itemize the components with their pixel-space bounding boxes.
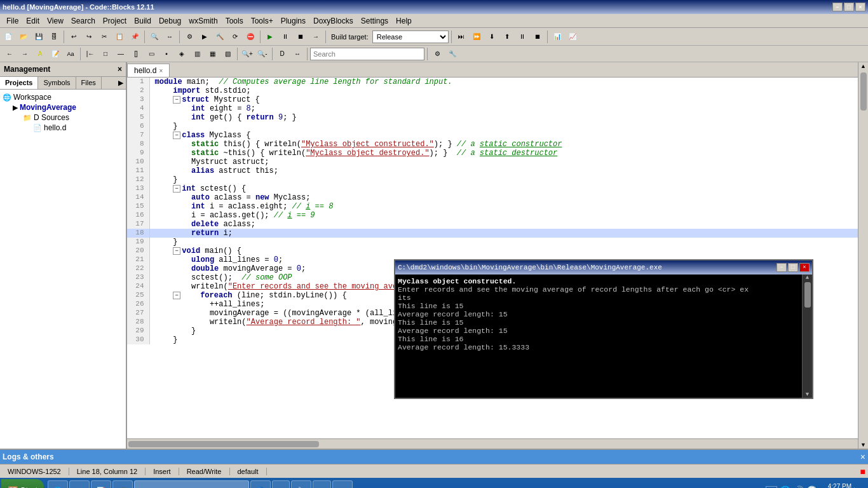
taskbar-item-mediaplayer[interactable]: 🎵	[112, 480, 133, 488]
menu-help[interactable]: Help	[392, 15, 416, 27]
compile-button[interactable]: ⚙	[182, 30, 196, 44]
search-input[interactable]	[310, 48, 424, 60]
network-icon[interactable]: 🌐	[780, 485, 790, 488]
nav-back-button[interactable]: ←	[3, 47, 17, 61]
start-button[interactable]: 🪟 Start	[1, 479, 44, 488]
cut-button[interactable]: ✂	[97, 30, 111, 44]
fold-icon[interactable]: −	[173, 185, 180, 193]
debug-pause[interactable]: ⏸	[515, 30, 529, 44]
taskbar-item-cb-active[interactable]: ⚙ hello.d [MovingAverage] - Code...	[134, 480, 248, 488]
match-button[interactable]: Aa	[64, 47, 78, 61]
clock[interactable]: 4:27 PM 10/10/2013	[820, 482, 851, 488]
toolbar2-btn8[interactable]: ▥	[190, 47, 204, 61]
close-button[interactable]: ×	[855, 3, 865, 11]
zoom-in-button[interactable]: 🔍+	[240, 47, 254, 61]
fold-icon[interactable]: −	[173, 96, 180, 104]
find-button[interactable]: 🔍	[147, 30, 161, 44]
tree-file[interactable]: 📄 hello.d	[3, 123, 123, 133]
toolbar2-btn9[interactable]: ▦	[205, 47, 219, 61]
open-button[interactable]: 📂	[17, 30, 31, 44]
terminal-close-button[interactable]: ×	[799, 263, 810, 272]
toolbar2-dbtn1[interactable]: D	[275, 47, 289, 61]
toolbar2-btn3[interactable]: —	[114, 47, 128, 61]
taskbar-item-recycle[interactable]: ♻	[272, 480, 290, 488]
debug-more4[interactable]: ⬆	[500, 30, 514, 44]
maximize-button[interactable]: □	[844, 3, 854, 11]
tree-workspace[interactable]: 🌐 Workspace	[3, 92, 123, 102]
terminal-scrollbar[interactable]: ▲ ▼	[802, 274, 812, 398]
toolbar2-btn6[interactable]: ▪	[159, 47, 173, 61]
toolbar2-btn2[interactable]: □	[98, 47, 112, 61]
copy-button[interactable]: 📋	[112, 30, 126, 44]
undo-button[interactable]: ↩	[67, 30, 81, 44]
terminal-titlebar-buttons[interactable]: − □ ×	[776, 263, 810, 272]
menu-build[interactable]: Build	[130, 15, 155, 27]
editor-tab-hello[interactable]: hello.d ×	[127, 64, 170, 77]
toolbar2-btn10[interactable]: ▧	[220, 47, 234, 61]
menu-wxsmith[interactable]: wxSmith	[185, 15, 221, 27]
menu-debug[interactable]: Debug	[155, 15, 185, 27]
rebuild-button[interactable]: ⟳	[228, 30, 242, 44]
vertical-scrollbar[interactable]: ▲ ▼	[858, 62, 868, 449]
menu-view[interactable]: View	[43, 15, 67, 27]
fold-icon[interactable]: −	[173, 132, 180, 139]
tree-project[interactable]: ▶ MovingAverage	[3, 102, 123, 112]
debug-more2[interactable]: ⏩	[470, 30, 484, 44]
tab-symbols[interactable]: Symbols	[38, 77, 76, 89]
toolbar2-dbtn2[interactable]: ↔	[290, 47, 304, 61]
toolbar2-btn7[interactable]: ◈	[175, 47, 189, 61]
menu-settings[interactable]: Settings	[357, 15, 392, 27]
hw-btn2[interactable]: 📈	[566, 30, 580, 44]
toolbar2-btn4[interactable]: []	[129, 47, 143, 61]
format-button[interactable]: 📝	[48, 47, 62, 61]
volume-icon[interactable]: 🔊	[793, 485, 804, 488]
tab-close-icon[interactable]: ×	[159, 67, 163, 74]
tab-more[interactable]: ▶	[116, 77, 126, 89]
taskbar-item-ie[interactable]: 🌐	[48, 480, 68, 488]
menu-search[interactable]: Search	[67, 15, 99, 27]
save-button[interactable]: 💾	[32, 30, 46, 44]
toolbar2-ebtn2[interactable]: 🔧	[445, 47, 459, 61]
build-button[interactable]: 🔨	[213, 30, 227, 44]
show-hidden-tray[interactable]: ▲	[766, 486, 777, 489]
new-button[interactable]: 📄	[1, 30, 15, 44]
zoom-out-button[interactable]: 🔍-	[255, 47, 269, 61]
menu-doxyblocks[interactable]: DoxyBlocks	[309, 15, 357, 27]
minimize-button[interactable]: −	[832, 3, 843, 11]
tab-files[interactable]: Files	[76, 77, 102, 89]
debug-btn3[interactable]: ⏹	[294, 30, 308, 44]
management-close[interactable]: ×	[118, 65, 122, 74]
nav-forward-button[interactable]: →	[18, 47, 32, 61]
taskbar-item-explorer[interactable]: 📁	[69, 480, 90, 488]
taskbar-item-chrome[interactable]: 🔵	[250, 480, 271, 488]
menu-tools[interactable]: Tools	[222, 15, 247, 27]
title-bar-buttons[interactable]: − □ ×	[832, 3, 865, 11]
save-all-button[interactable]: 🗄	[47, 30, 61, 44]
terminal-maximize-button[interactable]: □	[788, 263, 798, 272]
toolbar2-btn1[interactable]: |←	[83, 47, 97, 61]
toolbar2-ebtn1[interactable]: ⚙	[430, 47, 444, 61]
debug-btn2[interactable]: ⏸	[278, 30, 292, 44]
taskbar-item-terminal[interactable]: 🖥	[313, 480, 331, 488]
build-target-dropdown[interactable]: Release Debug	[372, 30, 449, 43]
replace-button[interactable]: ↔	[163, 30, 177, 44]
debug-run-button[interactable]: ▶	[263, 30, 277, 44]
highlight-button[interactable]: A	[33, 47, 47, 61]
toolbar2-btn5[interactable]: ▭	[144, 47, 158, 61]
fold-icon[interactable]: −	[173, 247, 180, 255]
redo-button[interactable]: ↪	[82, 30, 96, 44]
run-button[interactable]: ▶	[198, 30, 212, 44]
hw-btn1[interactable]: 📊	[550, 30, 564, 44]
debug-more1[interactable]: ⏭	[454, 30, 468, 44]
fold-icon[interactable]: −	[173, 292, 180, 299]
debug-more3[interactable]: ⬇	[485, 30, 499, 44]
bottom-panel-close[interactable]: ×	[860, 452, 865, 462]
menu-tools-plus[interactable]: Tools+	[247, 15, 277, 27]
menu-project[interactable]: Project	[99, 15, 130, 27]
debug-btn4[interactable]: →	[309, 30, 323, 44]
taskbar-item-settings[interactable]: 🔧	[291, 480, 311, 488]
tab-projects[interactable]: Projects	[0, 77, 38, 89]
horizontal-scrollbar[interactable]	[127, 438, 858, 449]
menu-file[interactable]: File	[3, 15, 22, 27]
debug-stop[interactable]: ⏹	[531, 30, 545, 44]
